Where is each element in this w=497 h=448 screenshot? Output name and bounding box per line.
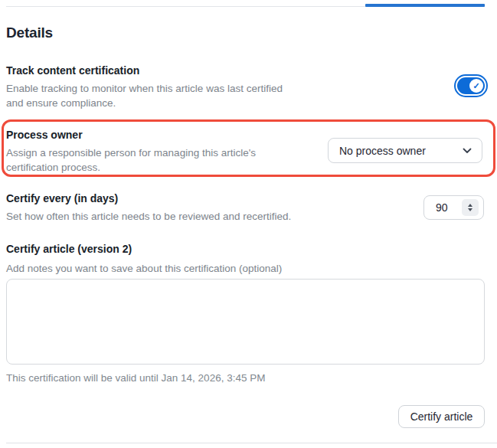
certify-article-label: Certify article (version 2) <box>6 243 132 255</box>
active-tab-indicator[interactable] <box>365 4 485 7</box>
track-certification-toggle[interactable]: ✓ <box>457 77 485 94</box>
certification-notes-textarea[interactable] <box>6 279 485 365</box>
checkmark-icon: ✓ <box>472 82 479 90</box>
description-line: Assign a responsible person for managing… <box>6 146 256 160</box>
number-stepper-icon[interactable] <box>462 199 479 216</box>
description-line: certification process. <box>6 160 256 175</box>
chevron-down-icon <box>463 148 472 154</box>
dropdown-selected-value: No process owner <box>339 145 426 157</box>
certify-article-button[interactable]: Certify article <box>398 405 485 428</box>
certify-every-label: Certify every (in days) <box>6 192 118 204</box>
page-title: Details <box>6 25 53 41</box>
stepper-down-icon <box>468 208 472 211</box>
track-certification-description: Enable tracking to monitor when this art… <box>6 81 283 110</box>
footer-divider <box>6 443 497 443</box>
toggle-knob: ✓ <box>469 79 483 93</box>
description-line: Enable tracking to monitor when this art… <box>6 81 283 96</box>
certify-days-input[interactable]: 90 <box>423 195 484 220</box>
stepper-up-icon <box>468 204 472 207</box>
description-line: and ensure compliance. <box>6 96 283 110</box>
process-owner-description: Assign a responsible person for managing… <box>6 146 256 175</box>
certify-days-value: 90 <box>436 201 448 214</box>
process-owner-dropdown[interactable]: No process owner <box>328 138 482 163</box>
certification-validity-note: This certification will be valid until J… <box>6 372 265 384</box>
track-certification-label: Track content certification <box>6 64 139 77</box>
certify-every-description: Set how often this article needs to be r… <box>6 209 291 224</box>
process-owner-label: Process owner <box>6 129 83 141</box>
certify-article-description: Add notes you want to save about this ce… <box>6 261 282 276</box>
details-panel: Details Track content certification Enab… <box>0 0 497 448</box>
